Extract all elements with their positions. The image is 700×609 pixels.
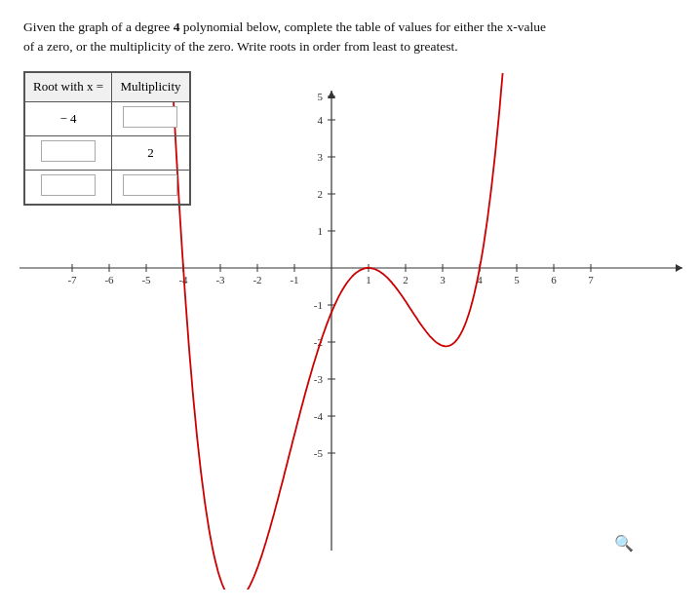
svg-text:-6: -6 (104, 274, 114, 285)
svg-text:1: 1 (318, 225, 324, 237)
y-axis-labels: 1 2 3 4 5 -1 -2 -3 -4 -5 (314, 91, 335, 459)
instructions: Given the graph of a degree 4 polynomial… (23, 18, 677, 57)
root-3-cell (25, 170, 112, 204)
root-2-input[interactable] (41, 140, 96, 162)
x-arrow (676, 264, 682, 272)
svg-text:2: 2 (318, 188, 324, 200)
svg-text:-7: -7 (67, 274, 77, 285)
svg-text:6: 6 (551, 274, 557, 285)
multiplicity-3-input[interactable] (123, 174, 177, 196)
svg-text:-1: -1 (314, 299, 323, 311)
degree-value: 4 (174, 19, 180, 34)
root-1: − 4 (25, 101, 112, 135)
y-arrow (328, 91, 335, 98)
mult-1-cell (111, 101, 189, 135)
page: Given the graph of a degree 4 polynomial… (0, 0, 700, 609)
table: Root with x = Multiplicity − 4 2 (23, 71, 191, 206)
svg-text:1: 1 (366, 274, 371, 285)
svg-text:-4: -4 (314, 410, 324, 422)
svg-text:7: 7 (588, 274, 594, 285)
svg-text:3: 3 (440, 274, 446, 285)
table-row (25, 170, 190, 204)
table-row: − 4 (25, 101, 190, 135)
svg-text:-3: -3 (215, 274, 225, 285)
svg-text:2: 2 (403, 274, 408, 285)
svg-text:-5: -5 (141, 274, 151, 285)
svg-text:3: 3 (318, 151, 324, 163)
mult-2: 2 (111, 135, 189, 170)
root-2-cell (25, 135, 112, 170)
multiplicity-1-input[interactable] (123, 106, 177, 128)
svg-text:5: 5 (318, 91, 324, 102)
col1-header: Root with x = (25, 72, 112, 101)
col2-header: Multiplicity (111, 72, 189, 101)
svg-text:-2: -2 (253, 274, 261, 285)
mult-3-cell (111, 170, 189, 204)
table-row: 2 (25, 135, 190, 170)
zoom-icon[interactable]: 🔍 (614, 534, 634, 552)
svg-text:-5: -5 (314, 447, 324, 459)
svg-text:5: 5 (514, 274, 520, 285)
root-3-input[interactable] (41, 174, 96, 196)
x-axis-labels: -7 -6 -5 -4 -3 -2 -1 1 2 3 (67, 264, 594, 285)
svg-text:-1: -1 (290, 274, 298, 285)
svg-text:-3: -3 (314, 373, 324, 385)
svg-text:4: 4 (318, 114, 324, 126)
